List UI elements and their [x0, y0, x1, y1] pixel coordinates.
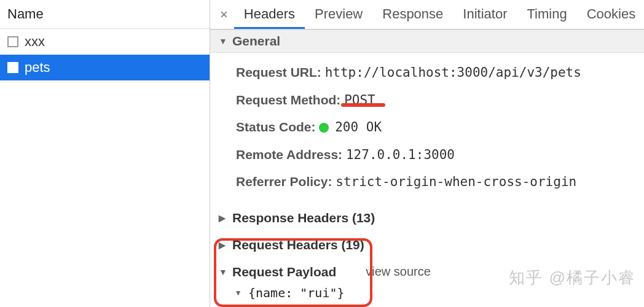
network-request-list-panel: Name xxx pets: [0, 0, 210, 307]
request-url-row: Request URL: http://localhost:3000/api/v…: [210, 59, 644, 87]
tab-cookies[interactable]: Cookies: [577, 0, 644, 29]
tab-timing[interactable]: Timing: [517, 0, 577, 29]
name-column-header: Name: [0, 0, 210, 29]
view-source-link[interactable]: view source: [366, 265, 431, 279]
tab-initiator[interactable]: Initiator: [453, 0, 517, 29]
request-list: xxx pets: [0, 29, 210, 307]
tab-headers[interactable]: Headers: [234, 0, 305, 29]
section-general-header[interactable]: General: [210, 29, 644, 53]
status-code-label: Status Code:: [236, 120, 316, 134]
remote-address-label: Remote Address:: [236, 147, 342, 161]
section-response-headers[interactable]: Response Headers (13): [210, 204, 644, 231]
section-general-body: Request URL: http://localhost:3000/api/v…: [210, 53, 644, 204]
request-item-pets[interactable]: pets: [0, 55, 210, 80]
request-method-label: Request Method:: [236, 93, 340, 107]
referrer-policy-value: strict-origin-when-cross-origin: [336, 174, 576, 189]
close-icon[interactable]: ×: [214, 1, 234, 29]
remote-address-value: 127.0.0.1:3000: [346, 147, 455, 162]
section-title: General: [232, 34, 280, 49]
chevron-down-icon: [219, 36, 227, 46]
section-title: Response Headers (13): [232, 211, 375, 225]
tab-preview[interactable]: Preview: [305, 0, 372, 29]
checkbox-icon[interactable]: [7, 36, 18, 47]
annotation-box: [214, 238, 372, 307]
annotation-underline: [341, 103, 385, 107]
request-item-label: xxx: [25, 34, 45, 50]
remote-address-row: Remote Address: 127.0.0.1:3000: [210, 141, 644, 169]
detail-tabs: × Headers Preview Response Initiator Tim…: [210, 0, 644, 29]
checkbox-icon[interactable]: [7, 62, 18, 73]
request-url-label: Request URL:: [236, 65, 321, 79]
referrer-policy-label: Referrer Policy:: [236, 174, 332, 188]
tab-response[interactable]: Response: [372, 0, 453, 29]
request-method-row: Request Method: POST: [210, 87, 644, 114]
status-dot-icon: [319, 123, 329, 133]
status-code-value: 200 OK: [335, 120, 382, 134]
referrer-policy-row: Referrer Policy: strict-origin-when-cros…: [210, 168, 644, 196]
request-url-value: http://localhost:3000/api/v3/pets: [325, 65, 581, 80]
request-item-xxx[interactable]: xxx: [0, 29, 210, 55]
status-code-row: Status Code: 200 OK: [210, 114, 644, 141]
request-item-label: pets: [25, 60, 50, 76]
chevron-right-icon: [219, 213, 227, 223]
